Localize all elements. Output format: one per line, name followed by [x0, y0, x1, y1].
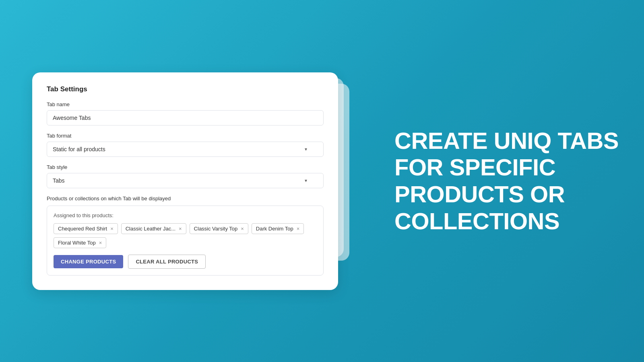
tab-style-value: Tabs	[53, 177, 65, 184]
tab-name-label: Tab name	[47, 101, 324, 107]
remove-product-icon[interactable]: ×	[297, 226, 300, 231]
list-item: Floral White Top ×	[54, 237, 106, 248]
tab-name-input[interactable]	[47, 110, 324, 125]
products-section-label: Products or collections on which Tab wil…	[47, 195, 324, 202]
remove-product-icon[interactable]: ×	[110, 226, 114, 231]
hero-text: CREATE UNIQ TABS FOR SPECIFIC PRODUCTS O…	[394, 128, 620, 235]
tab-style-label: Tab style	[47, 164, 324, 170]
list-item: Chequered Red Shirt ×	[54, 223, 118, 234]
product-name: Floral White Top	[58, 240, 96, 246]
hero-line-1: CREATE UNIQ TABS	[394, 128, 620, 154]
chevron-down-icon-2: ▾	[305, 178, 307, 183]
products-box: Assigned to this products: Chequered Red…	[47, 206, 324, 276]
tab-style-select[interactable]: Tabs ▾	[47, 173, 324, 188]
tab-format-label: Tab format	[47, 133, 324, 139]
list-item: Classic Varsity Top ×	[190, 223, 248, 234]
remove-product-icon[interactable]: ×	[241, 226, 244, 231]
tab-format-value: Static for all products	[53, 146, 105, 152]
product-tags-container: Chequered Red Shirt × Classic Leather Ja…	[54, 223, 317, 248]
hero-section: CREATE UNIQ TABS FOR SPECIFIC PRODUCTS O…	[370, 111, 644, 251]
tab-format-select[interactable]: Static for all products ▾	[47, 142, 324, 157]
list-item: Classic Leather Jac... ×	[121, 223, 186, 234]
product-actions: CHANGE PRODUCTS CLEAR ALL PRODUCTS	[54, 255, 317, 269]
product-name: Dark Denim Top	[256, 226, 293, 232]
product-name: Chequered Red Shirt	[58, 226, 107, 232]
product-name: Classic Leather Jac...	[126, 226, 175, 232]
clear-all-products-button[interactable]: CLEAR ALL PRODUCTS	[128, 255, 206, 269]
hero-line-4: COLLECTIONS	[394, 208, 620, 235]
card-title: Tab Settings	[47, 85, 324, 93]
product-name: Classic Varsity Top	[194, 226, 238, 232]
hero-line-3: PRODUCTS OR	[394, 181, 620, 208]
remove-product-icon[interactable]: ×	[99, 240, 102, 245]
assigned-label: Assigned to this products:	[54, 212, 317, 218]
remove-product-icon[interactable]: ×	[179, 226, 182, 231]
change-products-button[interactable]: CHANGE PRODUCTS	[54, 255, 123, 268]
settings-card: Tab Settings Tab name Tab format Static …	[32, 72, 338, 290]
chevron-down-icon: ▾	[305, 146, 307, 152]
hero-line-2: FOR SPECIFIC	[394, 154, 620, 181]
list-item: Dark Denim Top ×	[252, 223, 304, 234]
